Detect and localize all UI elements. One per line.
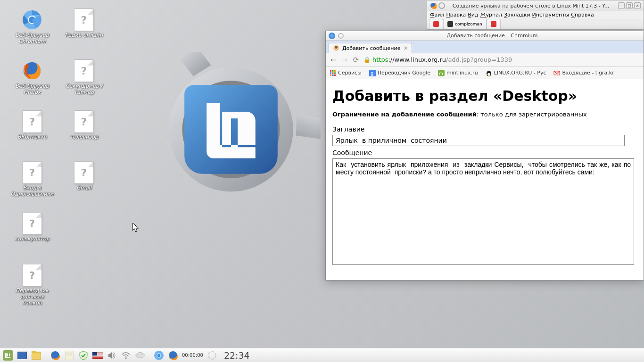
address-bar[interactable]: 🔒 https://www.linux.org.ru/add.jsp?group… — [363, 56, 640, 63]
bookmarks-bar: Сервисы g Переводчик Google m mintlinux.… — [326, 67, 644, 79]
taskbar-firefox[interactable] — [50, 350, 60, 361]
desktop-icon-label: Секундомер / таймер — [61, 83, 107, 95]
message-field-label: Сообщение — [332, 149, 637, 156]
maximize-button[interactable]: ◻ — [626, 2, 633, 9]
desktop-icon-calc[interactable]: ? калькулятор — [9, 212, 55, 242]
firefox-icon — [21, 59, 43, 82]
title-input[interactable] — [332, 135, 625, 146]
svg-text:g: g — [371, 71, 373, 76]
mint-favicon: m — [438, 70, 445, 76]
firefox-titlebar[interactable]: Создание ярлыка на рабочем столе в Linux… — [427, 0, 644, 11]
menu-view[interactable]: Вид — [468, 12, 478, 18]
chromium-window-title: Добавить сообщение – Chromium — [344, 33, 641, 39]
menu-edit[interactable]: Правка — [446, 12, 466, 18]
file-icon: ? — [21, 110, 43, 133]
svg-rect-11 — [334, 70, 336, 72]
menu-tools[interactable]: Инструменты — [532, 12, 570, 18]
mouse-cursor — [132, 222, 140, 233]
mint-menu-button[interactable] — [3, 350, 13, 361]
chromium-tab[interactable]: Добавить сообщение × — [329, 43, 412, 53]
desktop-icon-vk[interactable]: ? ВКонтакте — [9, 110, 55, 140]
bookmark-label: Сервисы — [338, 70, 362, 76]
file-icon: ? — [73, 8, 95, 31]
taskbar-firefox-2[interactable] — [168, 350, 178, 361]
chromium-titlebar[interactable]: Добавить сообщение – Chromium — [326, 31, 644, 41]
reload-button[interactable]: ⟳ — [352, 56, 360, 64]
firefox-tab[interactable] — [487, 19, 501, 29]
menu-file[interactable]: Файл — [430, 12, 444, 18]
file-manager-button[interactable] — [31, 350, 41, 361]
bookmark-translate[interactable]: g Переводчик Google — [369, 70, 430, 76]
menu-help[interactable]: Справка — [571, 12, 594, 18]
svg-rect-16 — [332, 74, 334, 76]
url-path: /add.jsp?group=1339 — [446, 56, 512, 63]
firefox-tabstrip: compizoman — [427, 19, 644, 29]
menu-journal[interactable]: Журнал — [480, 12, 502, 18]
bookmark-label: Переводчик Google — [378, 70, 430, 76]
tab-close-icon[interactable]: × — [403, 45, 408, 51]
lock-icon: 🔒 — [363, 57, 371, 63]
svg-rect-10 — [332, 70, 334, 72]
desktop-icon-translator[interactable]: ? Переводчик для всех языков — [9, 264, 55, 306]
desktop-icon-firefox[interactable]: Веб-браузер Firefox — [9, 59, 55, 95]
menu-bookmarks[interactable]: Закладки — [504, 12, 530, 18]
firefox-window: Создание ярлыка на рабочем столе в Linux… — [427, 0, 644, 30]
bookmark-label: mintlinux.ru — [446, 70, 478, 76]
title-field-label: Заглавие — [332, 125, 637, 133]
firefox-tab[interactable] — [429, 19, 443, 29]
favicon — [447, 21, 453, 27]
svg-rect-17 — [334, 74, 336, 76]
loading-icon — [338, 33, 344, 39]
svg-rect-26 — [17, 352, 27, 359]
desktop-icon-gmail[interactable]: ? Gmail — [61, 161, 107, 191]
desktop-icon-tv[interactable]: ? телевизор — [61, 110, 107, 140]
desktop-icon-ok[interactable]: ? Вход в Одноклассники — [9, 161, 55, 197]
forward-button[interactable]: → — [341, 56, 348, 64]
svg-rect-9 — [330, 70, 331, 72]
bookmark-lor[interactable]: LINUX.ORG.RU - Рус — [486, 70, 546, 76]
wifi-icon[interactable] — [121, 350, 131, 361]
clock[interactable]: 22:34 — [224, 350, 250, 361]
apps-icon — [330, 70, 336, 76]
file-icon: ? — [73, 161, 95, 184]
svg-rect-30 — [65, 351, 74, 360]
desktop-icon-radio[interactable]: ? Радио онлайн — [61, 8, 107, 38]
translate-icon: g — [369, 70, 376, 76]
bookmark-inbox[interactable]: Входящие - tigra.kr — [553, 70, 614, 76]
chromium-tabstrip: Добавить сообщение × — [326, 41, 644, 53]
keyboard-layout[interactable] — [92, 350, 103, 361]
taskbar-notes[interactable] — [64, 350, 74, 361]
volume-icon[interactable] — [107, 350, 117, 361]
tab-title: Добавить сообщение — [342, 45, 400, 51]
bookmark-apps[interactable]: Сервисы — [330, 70, 362, 76]
desktop-icon-timer[interactable]: ? Секундомер / таймер — [61, 59, 107, 95]
bookmark-mintlinux[interactable]: m mintlinux.ru — [438, 70, 478, 76]
minimize-button[interactable]: – — [618, 2, 625, 9]
favicon — [333, 45, 339, 51]
chromium-toolbar: ← → ⟳ 🔒 https://www.linux.org.ru/add.jsp… — [326, 53, 644, 67]
message-textarea[interactable]: Как установить ярлык приложения из закла… — [332, 158, 634, 265]
svg-point-8 — [335, 46, 338, 49]
show-desktop-button[interactable] — [17, 350, 27, 361]
desktop-icon-label: Переводчик для всех языков — [9, 288, 55, 306]
svg-rect-14 — [334, 72, 336, 74]
firefox-window-title: Создание ярлыка на рабочем столе в Linux… — [445, 3, 617, 9]
svg-rect-15 — [330, 74, 331, 76]
desktop-icon-chromium[interactable]: Веб-браузер Chromium — [9, 8, 55, 44]
close-button[interactable]: × — [634, 2, 641, 9]
file-icon: ? — [73, 59, 95, 82]
firefox-tab[interactable]: compizoman — [443, 19, 487, 29]
tux-icon — [486, 70, 492, 76]
bookmark-label: LINUX.ORG.RU - Рус — [494, 70, 546, 76]
page-content: Добавить в раздел «Desktop» Ограничение … — [326, 79, 644, 272]
taskbar: 00:00:00 22:34 — [0, 348, 644, 362]
wallpaper-mint-logo — [141, 52, 321, 203]
taskbar-chromium[interactable] — [154, 350, 164, 361]
cloud-icon[interactable] — [135, 350, 145, 361]
file-icon: ? — [21, 264, 43, 287]
taskbar-shield[interactable] — [78, 350, 89, 361]
back-button[interactable]: ← — [330, 56, 337, 64]
svg-rect-37 — [92, 356, 103, 356]
desktop-icon-label: Веб-браузер Chromium — [9, 32, 55, 44]
chromium-icon — [21, 8, 43, 31]
